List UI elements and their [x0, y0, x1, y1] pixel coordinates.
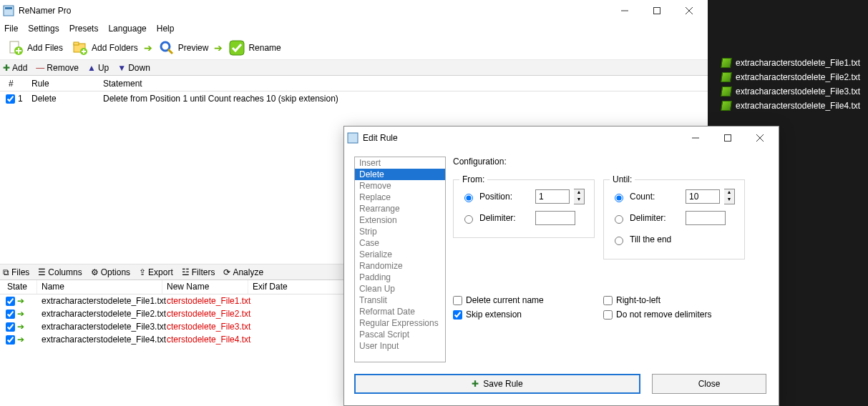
desktop-file[interactable]: extracharacterstodelete_File4.txt	[721, 99, 868, 113]
rule-type-regular-expressions[interactable]: Regular Expressions	[355, 317, 445, 329]
file-checkbox[interactable]	[6, 322, 15, 332]
file-newname: cterstodelete_File1.txt	[162, 296, 248, 306]
desktop-file[interactable]: extracharacterstodelete_File3.txt	[721, 84, 868, 99]
rule-type-randomize[interactable]: Randomize	[355, 260, 445, 272]
add-files-button[interactable]: Add Files	[4, 38, 66, 58]
rule-type-insert[interactable]: Insert	[355, 157, 445, 169]
rules-remove-button[interactable]: ―Remove	[36, 63, 79, 73]
until-delimiter-input[interactable]	[686, 211, 726, 225]
from-position-input[interactable]	[535, 189, 570, 204]
until-tillend-radio[interactable]	[615, 237, 623, 245]
rules-col-rule[interactable]: Rule	[31, 79, 103, 89]
rule-type-list[interactable]: InsertDeleteRemoveReplaceRearrangeExtens…	[354, 157, 446, 362]
until-delimiter-radio[interactable]	[615, 215, 623, 224]
add-files-icon	[7, 39, 24, 56]
rule-type-padding[interactable]: Padding	[355, 272, 445, 283]
rule-type-clean-up[interactable]: Clean Up	[355, 283, 445, 294]
rules-down-button[interactable]: ▼Down	[117, 63, 150, 73]
file-newname: cterstodelete_File2.txt	[162, 309, 248, 319]
svg-rect-11	[74, 42, 79, 45]
file-checkbox[interactable]	[6, 310, 15, 319]
desktop-file[interactable]: extracharacterstodelete_File1.txt	[721, 56, 868, 70]
rename-button[interactable]: Rename	[225, 38, 283, 58]
toolbar: Add Files Add Folders ➔ Preview ➔ Rename	[0, 36, 708, 60]
files-col-state[interactable]: State	[3, 280, 37, 294]
delete-current-checkbox[interactable]	[453, 296, 462, 305]
rtl-label: Right-to-left	[616, 295, 660, 305]
desktop-files: extracharacterstodelete_File1.txtextrach…	[721, 56, 868, 113]
file-checkbox[interactable]	[6, 297, 15, 306]
until-delimiter-label: Delimiter:	[630, 213, 681, 223]
save-rule-button[interactable]: ✚Save Rule	[354, 374, 640, 394]
rules-up-button[interactable]: ▲Up	[87, 63, 109, 73]
files-col-name[interactable]: Name	[37, 280, 162, 294]
desktop-file[interactable]: extracharacterstodelete_File2.txt	[721, 70, 868, 84]
menu-language[interactable]: Language	[108, 24, 146, 34]
txt-file-icon	[721, 58, 732, 68]
rtl-checkbox[interactable]	[603, 296, 613, 305]
preview-icon	[158, 39, 175, 56]
rules-toolbar: ✚Add ―Remove ▲Up ▼Down	[0, 60, 708, 76]
rule-type-reformat-date[interactable]: Reformat Date	[355, 306, 445, 317]
from-position-radio[interactable]	[464, 194, 473, 202]
svg-line-16	[168, 49, 172, 54]
until-count-spinner[interactable]: ▲▼	[724, 189, 735, 204]
dialog-close-button[interactable]	[743, 128, 776, 148]
rule-type-translit[interactable]: Translit	[355, 294, 445, 306]
no-remove-delim-label: Do not remove delimiters	[616, 310, 711, 320]
rule-type-extension[interactable]: Extension	[355, 214, 445, 226]
menu-settings[interactable]: Settings	[28, 24, 59, 34]
skip-extension-checkbox[interactable]	[453, 310, 462, 320]
rule-type-strip[interactable]: Strip	[355, 226, 445, 237]
app-title: ReNamer Pro	[19, 6, 608, 16]
rule-type-replace[interactable]: Replace	[355, 192, 445, 203]
maximize-button[interactable]	[640, 1, 673, 21]
desktop-file-name: extracharacterstodelete_File1.txt	[736, 58, 860, 68]
rule-row[interactable]: 1 Delete Delete from Position 1 until Co…	[0, 91, 708, 106]
rule-type-rearrange[interactable]: Rearrange	[355, 203, 445, 214]
preview-button[interactable]: Preview	[155, 38, 212, 58]
file-status-icon: ➔	[17, 322, 24, 332]
dialog-maximize-button[interactable]	[711, 128, 743, 148]
skip-extension-label: Skip extension	[466, 310, 522, 320]
txt-file-icon	[721, 101, 732, 111]
rule-type-pascal-script[interactable]: Pascal Script	[355, 329, 445, 340]
rule-type-case[interactable]: Case	[355, 237, 445, 249]
configuration-panel: Configuration: From: Position: ▲▼ Delimi…	[453, 157, 769, 362]
menu-presets[interactable]: Presets	[69, 24, 99, 34]
from-position-spinner[interactable]: ▲▼	[574, 189, 585, 204]
menu-help[interactable]: Help	[157, 24, 175, 34]
minimize-button[interactable]	[608, 1, 640, 21]
add-files-label: Add Files	[27, 43, 63, 53]
file-checkbox[interactable]	[6, 335, 15, 345]
rule-type-user-input[interactable]: User Input	[355, 340, 445, 352]
files-col-newname[interactable]: New Name	[162, 280, 248, 294]
files-tab-columns[interactable]: ☰Columns	[38, 267, 82, 277]
rule-type-serialize[interactable]: Serialize	[355, 249, 445, 260]
rules-col-statement[interactable]: Statement	[103, 79, 705, 89]
rename-icon	[228, 39, 245, 56]
from-delimiter-input[interactable]	[535, 211, 575, 225]
rules-add-button[interactable]: ✚Add	[3, 63, 27, 73]
rule-type-delete[interactable]: Delete	[355, 169, 445, 180]
no-remove-delim-checkbox[interactable]	[603, 310, 613, 320]
dialog-titlebar: Edit Rule	[344, 127, 779, 149]
add-folders-button[interactable]: Add Folders	[69, 38, 141, 58]
close-button[interactable]	[673, 1, 705, 21]
dialog-minimize-button[interactable]	[679, 128, 711, 148]
files-tab-filters[interactable]: ☳Filters	[182, 267, 215, 277]
rule-type-remove[interactable]: Remove	[355, 180, 445, 192]
close-dialog-button[interactable]: Close	[652, 374, 766, 394]
from-delimiter-radio[interactable]	[464, 215, 473, 224]
files-tab-analyze[interactable]: ⟳Analyze	[223, 267, 263, 277]
until-count-radio[interactable]	[615, 194, 623, 202]
rule-statement: Delete from Position 1 until Count reach…	[103, 94, 705, 104]
files-tab-files[interactable]: ⧉Files	[3, 267, 29, 277]
files-tab-options[interactable]: ⚙Options	[91, 267, 130, 277]
menu-file[interactable]: File	[4, 24, 18, 34]
rules-col-num[interactable]: #	[3, 79, 31, 89]
until-count-input[interactable]	[686, 189, 720, 204]
rule-checkbox[interactable]	[6, 94, 15, 104]
files-tab-export[interactable]: ⇪Export	[139, 267, 173, 277]
file-name: extracharacterstodelete_File3.txt	[37, 322, 162, 332]
